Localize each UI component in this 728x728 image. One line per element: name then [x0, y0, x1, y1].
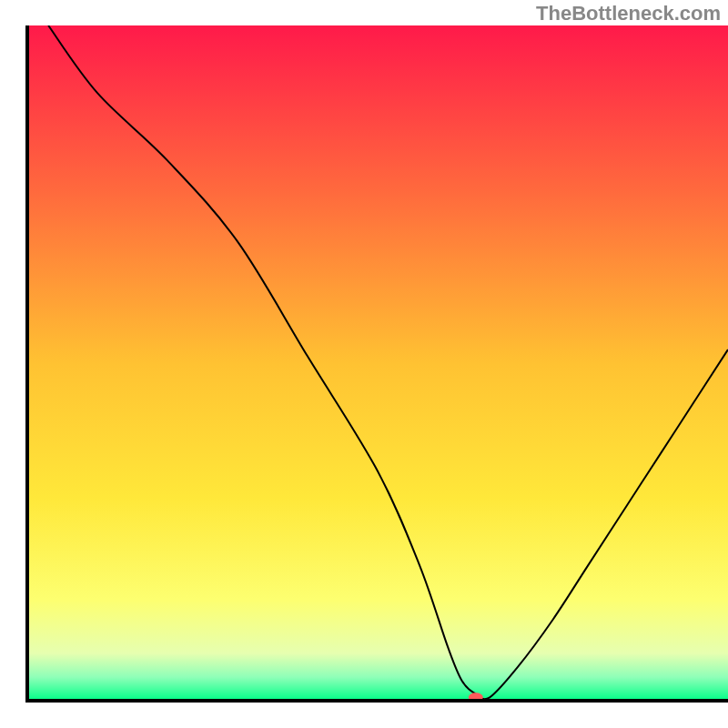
bottleneck-chart: TheBottleneck.com	[0, 0, 728, 728]
watermark-label: TheBottleneck.com	[536, 2, 721, 25]
chart-svg	[0, 0, 728, 728]
